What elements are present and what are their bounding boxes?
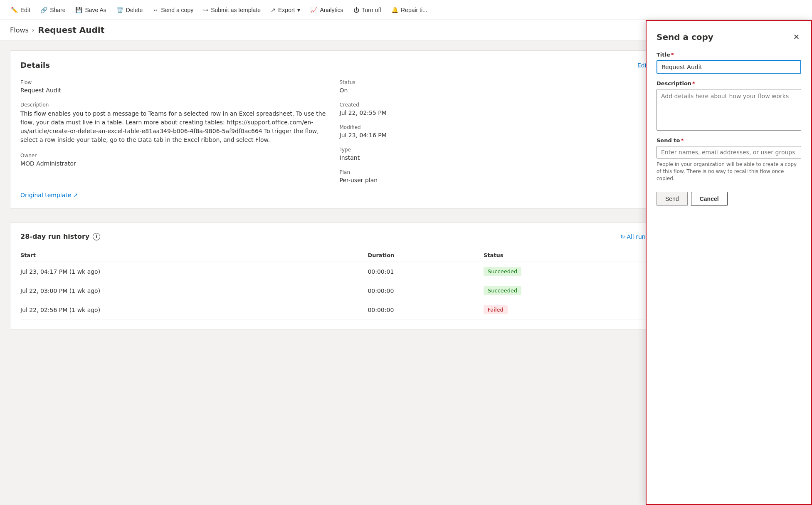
description-field-panel: Description* <box>657 80 801 131</box>
export-button[interactable]: ↗ Export ▾ <box>267 4 304 16</box>
run-history-table: Start Duration Status Jul 23, 04:17 PM (… <box>20 249 649 319</box>
modified-label: Modified <box>340 124 649 130</box>
send-copy-panel: Send a copy ✕ Title* Description* Send t… <box>646 20 812 505</box>
cell-status: Failed <box>484 300 649 319</box>
cell-start: Jul 23, 04:17 PM (1 wk ago) <box>20 262 368 281</box>
cell-status: Succeeded <box>484 262 649 281</box>
external-link-icon: ↗ <box>73 192 78 198</box>
left-content: Details Edit Flow Request Audit Descript… <box>10 50 659 330</box>
export-icon: ↗ <box>271 7 276 13</box>
details-title: Details <box>20 61 50 69</box>
breadcrumb-current: Request Audit <box>38 25 104 35</box>
created-label: Created <box>340 102 649 108</box>
cancel-button[interactable]: Cancel <box>691 192 728 206</box>
details-grid: Flow Request Audit Description This flow… <box>20 79 649 183</box>
owner-field: Owner MOD Administrator <box>20 153 330 167</box>
all-runs-link[interactable]: ↻ All runs <box>620 233 649 240</box>
title-required-star: * <box>671 52 674 58</box>
description-field: Description This flow enables you to pos… <box>20 102 330 144</box>
plan-field: Plan Per-user plan <box>340 169 649 183</box>
status-field: Status On <box>340 79 649 94</box>
cell-duration: 00:00:01 <box>368 262 484 281</box>
info-icon: i <box>93 233 100 240</box>
status-value: On <box>340 87 649 94</box>
share-icon: 🔗 <box>40 7 47 13</box>
description-label-panel: Description* <box>657 80 801 87</box>
send-to-label: Send to* <box>657 137 801 144</box>
title-label: Title* <box>657 52 801 58</box>
turn-off-button[interactable]: ⏻ Turn off <box>349 4 385 16</box>
plan-value: Per-user plan <box>340 177 649 183</box>
save-as-icon: 💾 <box>75 7 82 13</box>
send-copy-title: Send a copy <box>657 32 713 42</box>
details-left-col: Flow Request Audit Description This flow… <box>20 79 330 183</box>
delete-button[interactable]: 🗑️ Delete <box>112 4 147 16</box>
cell-duration: 00:00:00 <box>368 300 484 319</box>
cell-start: Jul 22, 02:56 PM (1 wk ago) <box>20 300 368 319</box>
breadcrumb-separator: › <box>32 26 35 34</box>
send-copy-header: Send a copy ✕ <box>657 31 801 43</box>
delete-icon: 🗑️ <box>116 7 123 13</box>
owner-value: MOD Administrator <box>20 160 330 167</box>
description-textarea[interactable] <box>657 89 801 131</box>
send-copy-close-button[interactable]: ✕ <box>792 31 801 43</box>
toolbar: ✏️ Edit 🔗 Share 💾 Save As 🗑️ Delete ↔ Se… <box>0 0 812 20</box>
original-template-link[interactable]: Original template ↗ <box>20 192 649 198</box>
send-copy-icon: ↔ <box>153 7 158 13</box>
col-start: Start <box>20 249 368 262</box>
send-to-input[interactable] <box>657 146 801 158</box>
submit-template-button[interactable]: ↦ Submit as template <box>199 4 265 16</box>
table-row: Jul 22, 03:00 PM (1 wk ago) 00:00:00 Suc… <box>20 281 649 300</box>
status-badge: Succeeded <box>484 267 521 276</box>
save-as-button[interactable]: 💾 Save As <box>71 4 110 16</box>
power-icon: ⏻ <box>353 7 359 13</box>
send-button[interactable]: Send <box>657 192 688 206</box>
modified-field: Modified Jul 23, 04:16 PM <box>340 124 649 139</box>
description-label: Description <box>20 102 330 108</box>
export-chevron-icon: ▾ <box>297 7 300 13</box>
panel-actions: Send Cancel <box>657 192 801 206</box>
flow-label: Flow <box>20 79 330 85</box>
title-input[interactable] <box>657 60 801 74</box>
col-status: Status <box>484 249 649 262</box>
submit-template-icon: ↦ <box>203 7 208 13</box>
type-value: Instant <box>340 154 649 161</box>
cell-duration: 00:00:00 <box>368 281 484 300</box>
run-history-title: 28-day run history i <box>20 233 100 240</box>
repair-icon: 🔔 <box>391 7 398 13</box>
created-value: Jul 22, 02:55 PM <box>340 109 649 116</box>
send-to-required-star: * <box>681 137 684 144</box>
edit-button[interactable]: ✏️ Edit <box>7 4 35 16</box>
description-value: This flow enables you to post a message … <box>20 109 330 144</box>
flow-value: Request Audit <box>20 87 330 94</box>
table-row: Jul 23, 04:17 PM (1 wk ago) 00:00:01 Suc… <box>20 262 649 281</box>
owner-label: Owner <box>20 153 330 158</box>
analytics-icon: 📈 <box>310 7 317 13</box>
run-history-card: 28-day run history i ↻ All runs Start Du… <box>10 222 659 330</box>
share-button[interactable]: 🔗 Share <box>36 4 69 16</box>
send-to-field: Send to* People in your organization wil… <box>657 137 801 182</box>
analytics-button[interactable]: 📈 Analytics <box>306 4 347 16</box>
description-required-star: * <box>692 80 695 87</box>
status-badge: Succeeded <box>484 286 521 295</box>
type-label: Type <box>340 147 649 153</box>
status-badge: Failed <box>484 305 508 314</box>
title-field: Title* <box>657 52 801 74</box>
details-header: Details Edit <box>20 61 649 69</box>
table-row: Jul 22, 02:56 PM (1 wk ago) 00:00:00 Fai… <box>20 300 649 319</box>
modified-value: Jul 23, 04:16 PM <box>340 132 649 139</box>
send-copy-hint: People in your organization will be able… <box>657 161 801 182</box>
edit-icon: ✏️ <box>11 7 18 13</box>
details-card: Details Edit Flow Request Audit Descript… <box>10 50 659 209</box>
send-copy-button[interactable]: ↔ Send a copy <box>148 4 197 16</box>
repair-button[interactable]: 🔔 Repair ti... <box>387 4 432 16</box>
flow-field: Flow Request Audit <box>20 79 330 94</box>
refresh-icon: ↻ <box>620 233 625 240</box>
status-label: Status <box>340 79 649 85</box>
breadcrumb-flows[interactable]: Flows <box>10 26 29 34</box>
type-field: Type Instant <box>340 147 649 161</box>
run-history-header: 28-day run history i ↻ All runs <box>20 233 649 240</box>
created-field: Created Jul 22, 02:55 PM <box>340 102 649 116</box>
col-duration: Duration <box>368 249 484 262</box>
plan-label: Plan <box>340 169 649 175</box>
